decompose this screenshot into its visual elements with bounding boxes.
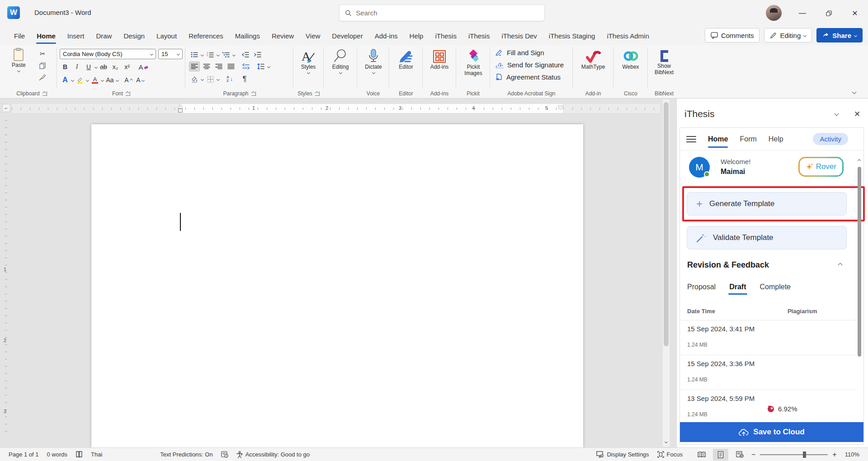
distributed-button[interactable] (241, 61, 251, 71)
copy-button[interactable] (37, 61, 48, 71)
tab-add-ins[interactable]: Add-ins (369, 26, 404, 45)
tab-ithesis-admin[interactable]: iThesis Admin (601, 26, 655, 45)
tab-ithesis-staging[interactable]: iThesis Staging (543, 26, 601, 45)
superscript-button[interactable]: x² (122, 62, 132, 72)
underline-options-chevron[interactable] (94, 65, 98, 68)
display-settings-button[interactable]: Display Settings (592, 448, 653, 461)
change-case-chevron[interactable] (116, 78, 119, 81)
font-color-chevron[interactable] (101, 78, 104, 81)
send-for-signature-button[interactable]: x Send for Signature (495, 61, 564, 69)
tab-view[interactable]: View (300, 26, 326, 45)
sort-button[interactable]: AZ↓ (224, 74, 235, 84)
accessibility-status[interactable]: Accessibility: Good to go (232, 448, 314, 461)
cut-button[interactable]: ✂ (37, 49, 48, 59)
underline-button[interactable]: U (83, 62, 94, 72)
borders-chevron[interactable] (217, 77, 220, 80)
panel-collapse-chevron[interactable] (835, 112, 839, 116)
tab-draw[interactable]: Draw (90, 26, 118, 45)
font-dialog-launcher[interactable] (126, 91, 130, 96)
tab-insert[interactable]: Insert (61, 26, 90, 45)
save-to-cloud-button[interactable]: Save to Cloud (680, 422, 863, 442)
mathtype-button[interactable]: MathType (577, 50, 609, 71)
scroll-down-arrow[interactable] (663, 437, 670, 446)
generate-template-button[interactable]: + Generate Template (687, 192, 847, 216)
tab-layout[interactable]: Layout (151, 26, 183, 45)
clear-formatting-button[interactable]: A (138, 62, 149, 72)
tab-proposal[interactable]: Proposal (687, 283, 716, 295)
align-left-button[interactable] (189, 61, 200, 71)
history-row[interactable]: 15 Sep 2024, 3:41 PM 1.24 MB (687, 325, 854, 348)
font-name-combo[interactable]: Cordia New (Body CS) (60, 49, 156, 59)
bullets-chevron[interactable] (201, 53, 204, 56)
decrease-indent-button[interactable] (240, 50, 251, 60)
subscript-button[interactable]: x₂ (110, 62, 121, 72)
horizontal-ruler[interactable]: 1 2 3 4 5 (12, 104, 660, 113)
agreement-status-button[interactable]: Agreement Status (495, 73, 561, 81)
align-center-button[interactable] (201, 61, 212, 71)
search-input[interactable] (356, 9, 539, 17)
justify-button[interactable] (226, 61, 236, 71)
font-color-button[interactable]: A (90, 75, 100, 85)
show-paragraph-marks-button[interactable]: ¶ (239, 74, 250, 84)
close-button[interactable]: ✕ (842, 0, 868, 26)
format-painter-button[interactable] (37, 72, 48, 82)
collapse-ribbon-chevron[interactable] (852, 90, 857, 94)
editor-stats[interactable] (217, 448, 232, 461)
read-mode-button[interactable] (694, 449, 709, 461)
tab-ithesis-2[interactable]: iThesis (462, 26, 496, 45)
right-indent-marker[interactable] (558, 106, 563, 110)
zoom-level[interactable]: 110% (841, 448, 863, 461)
borders-button[interactable] (205, 74, 216, 84)
highlight-button[interactable] (75, 75, 85, 85)
paste-button[interactable]: Paste (12, 48, 26, 72)
panel-close-icon[interactable]: ✕ (854, 109, 860, 119)
scrollbar-thumb[interactable] (858, 167, 861, 357)
minimize-button[interactable]: — (789, 0, 816, 26)
restore-button[interactable] (816, 0, 842, 26)
addins-button[interactable]: Add-ins (427, 50, 452, 71)
styles-dialog-launcher[interactable] (315, 91, 320, 96)
tab-draft[interactable]: Draft (729, 283, 746, 295)
tab-developer[interactable]: Developer (326, 26, 368, 45)
multilevel-list-button[interactable] (221, 50, 231, 60)
tab-help[interactable]: Help (404, 26, 429, 45)
section-collapse-chevron[interactable] (838, 263, 843, 268)
zoom-out-button[interactable]: − (747, 448, 755, 461)
tab-design[interactable]: Design (118, 26, 151, 45)
text-effects-chevron[interactable] (71, 78, 74, 81)
tab-home[interactable]: Home (31, 26, 61, 45)
line-spacing-chevron[interactable] (267, 65, 270, 68)
focus-button[interactable]: Focus (653, 448, 687, 461)
scrollbar-thumb[interactable] (664, 102, 669, 346)
zoom-slider[interactable] (760, 454, 828, 455)
numbering-button[interactable]: 12 (205, 50, 216, 60)
comments-button[interactable]: Comments (705, 28, 760, 42)
webex-button[interactable]: Webex (618, 50, 643, 71)
share-button[interactable]: Share (816, 28, 863, 42)
tab-file[interactable]: File (8, 26, 31, 45)
shrink-font-button[interactable]: A (135, 75, 146, 85)
pickit-images-button[interactable]: Pickit Images (460, 50, 487, 77)
editor-button[interactable]: Editor (394, 50, 418, 71)
editing-button[interactable]: Editing (328, 49, 353, 74)
panel-tab-help[interactable]: Help (769, 128, 783, 151)
font-size-combo[interactable]: 15 (158, 49, 183, 59)
proofing-status[interactable] (71, 448, 87, 461)
tab-stop-selector[interactable]: ⌐ (2, 104, 10, 112)
search-box[interactable] (339, 5, 545, 21)
tab-ithesis-dev[interactable]: iThesis Dev (495, 26, 542, 45)
bullets-button[interactable] (189, 50, 200, 60)
word-count[interactable]: 0 words (43, 448, 72, 461)
history-row[interactable]: 13 Sep 2024, 5:59 PM 6.92% 1.24 MB (687, 395, 854, 418)
web-layout-button[interactable] (732, 449, 747, 461)
scroll-up-arrow[interactable] (858, 159, 861, 162)
history-row[interactable]: 15 Sep 2024, 3:36 PM 1.24 MB (687, 360, 854, 383)
tab-references[interactable]: References (183, 26, 229, 45)
fill-and-sign-button[interactable]: Fill and Sign (495, 49, 544, 56)
numbering-chevron[interactable] (217, 53, 220, 56)
menu-icon[interactable] (686, 136, 696, 142)
paragraph-dialog-launcher[interactable] (251, 91, 256, 96)
language-indicator[interactable]: Thai (87, 448, 106, 461)
first-line-indent-marker[interactable] (178, 105, 183, 108)
left-indent-marker[interactable] (178, 108, 183, 113)
